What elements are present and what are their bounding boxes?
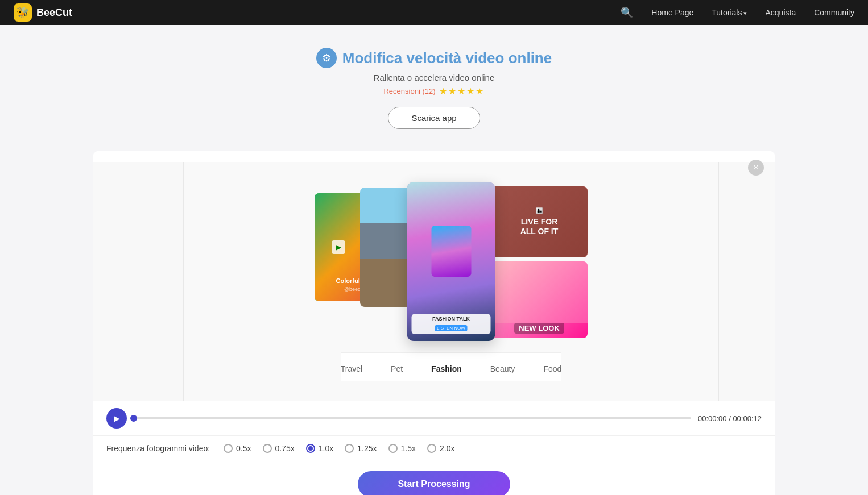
new-look-label: NEW LOOK	[514, 323, 564, 334]
speed-2.0x[interactable]: 2.0x	[427, 444, 454, 453]
download-button[interactable]: Scarica app	[388, 107, 480, 129]
hero-section: ⚙ Modifica velocità video online Rallent…	[0, 25, 868, 140]
hero-icon: ⚙	[316, 48, 337, 68]
speed-1.5x[interactable]: 1.5x	[388, 444, 416, 453]
category-tabs: Travel Pet Fashion Beauty Food	[341, 352, 562, 381]
tab-beauty[interactable]: Beauty	[490, 362, 515, 376]
reviews-link[interactable]: Recensioni (12)	[383, 87, 435, 95]
start-processing-button[interactable]: Start Processing	[358, 471, 510, 495]
progress-track[interactable]	[134, 417, 691, 419]
card-new-look: NEW LOOK	[491, 261, 588, 338]
speed-controls: Frequenza fotogrammi video: 0.5x 0.75x 1…	[93, 435, 775, 461]
listen-now-label: LISTEN NOW	[435, 325, 468, 331]
hero-subtitle: Rallenta o accelera video online	[11, 73, 857, 82]
hero-title-row: ⚙ Modifica velocità video online	[11, 48, 857, 68]
fashion-talk-card: FASHION TALK LISTEN NOW	[412, 314, 491, 334]
timeline-bar: ▶ 00:00:00 / 00:00:12	[93, 401, 775, 435]
radio-1.25x[interactable]	[345, 444, 354, 453]
radio-inner-1.0x	[308, 446, 313, 451]
start-btn-container: Start Processing	[93, 461, 775, 495]
tab-pet[interactable]: Pet	[391, 362, 403, 376]
main-card: × ▶ Colorful Life @beecut	[93, 151, 775, 495]
logo-text: BeeCut	[36, 7, 72, 19]
video-area: ▶ Colorful Life @beecut	[93, 162, 775, 401]
logo[interactable]: 🐝 BeeCut	[14, 3, 72, 22]
navbar: 🐝 BeeCut 🔍 Home Page Tutorials Acquista …	[0, 0, 868, 25]
nav-buy[interactable]: Acquista	[766, 8, 796, 17]
video-main: ▶ Colorful Life @beecut	[184, 162, 718, 401]
logo-icon: 🐝	[14, 3, 32, 22]
right-sidebar	[718, 162, 775, 401]
radio-0.75x[interactable]	[263, 444, 272, 453]
page-title: Modifica velocità video online	[342, 49, 552, 67]
tab-fashion[interactable]: Fashion	[431, 362, 462, 376]
radio-1.0x[interactable]	[306, 444, 315, 453]
showcase-container: ▶ Colorful Life @beecut	[315, 182, 588, 352]
play-overlay-icon: ▶	[332, 240, 345, 254]
tab-travel[interactable]: Travel	[341, 362, 362, 376]
hero-reviews: Recensioni (12) ★★★★★	[11, 86, 857, 97]
progress-thumb[interactable]	[130, 415, 137, 422]
speed-1.25x[interactable]: 1.25x	[345, 444, 377, 453]
tab-food[interactable]: Food	[543, 362, 561, 376]
nav-links: 🔍 Home Page Tutorials Acquista Community	[621, 6, 854, 19]
time-display: 00:00:00 / 00:00:12	[698, 414, 762, 423]
speed-options: 0.5x 0.75x 1.0x 1.25x 1.5x	[224, 444, 454, 453]
nav-home[interactable]: Home Page	[651, 8, 693, 17]
live-for-text: LIVE FOR ALL OF IT	[520, 217, 559, 236]
radio-0.5x[interactable]	[224, 444, 233, 453]
left-sidebar	[93, 162, 184, 401]
speed-label: Frequenza fotogrammi video:	[106, 444, 210, 453]
play-button[interactable]: ▶	[106, 408, 127, 429]
nav-community[interactable]: Community	[814, 8, 854, 17]
search-icon[interactable]: 🔍	[621, 6, 633, 19]
speed-0.5x[interactable]: 0.5x	[224, 444, 251, 453]
card-live-for: 👨‍👦 LIVE FOR ALL OF IT	[491, 186, 588, 257]
star-rating: ★★★★★	[439, 86, 485, 97]
radio-2.0x[interactable]	[427, 444, 436, 453]
speed-1.0x[interactable]: 1.0x	[306, 444, 333, 453]
speed-0.75x[interactable]: 0.75x	[263, 444, 295, 453]
card-fashion-center: FASHION TALK LISTEN NOW	[407, 182, 495, 341]
radio-1.5x[interactable]	[388, 444, 398, 453]
close-button[interactable]: ×	[748, 160, 764, 176]
nav-tutorials[interactable]: Tutorials	[712, 8, 747, 17]
fashion-talk-title: FASHION TALK	[415, 316, 487, 322]
